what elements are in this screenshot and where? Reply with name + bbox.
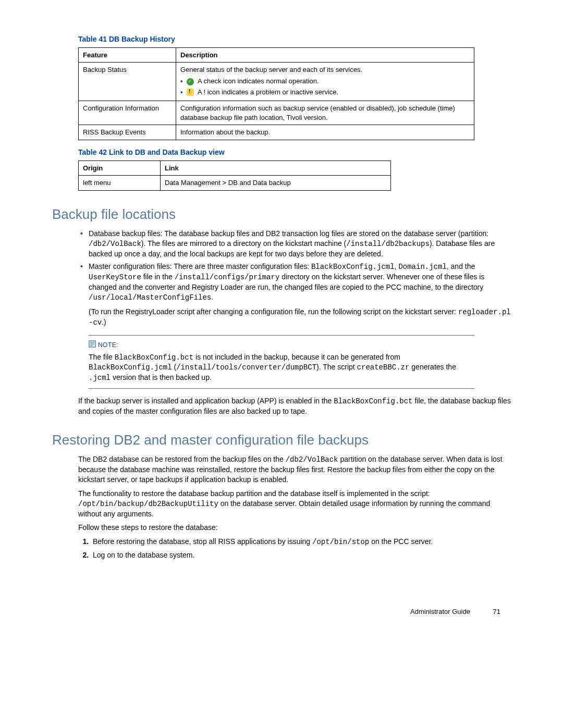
page-number: 71 [493, 607, 500, 616]
step-item: Log on to the database system. [91, 550, 511, 560]
table-row: RISS Backup Events Information about the… [79, 125, 474, 140]
table42-caption: Table 42 Link to DB and Data Backup view [78, 147, 511, 157]
restore-p2: The functionality to restore the databas… [78, 489, 511, 519]
feature-cell: Backup Status [79, 63, 176, 101]
step-item: Before restoring the database, stop all … [91, 537, 511, 547]
table42-h2: Link [161, 161, 391, 176]
warning-icon [187, 89, 194, 96]
list-item: Database backup files: The database back… [78, 229, 511, 259]
table-header-row: Origin Link [79, 161, 391, 176]
backup-locations-list: Database backup files: The database back… [78, 229, 511, 328]
table42: Origin Link left menu Data Management > … [78, 161, 391, 191]
page-footer: Administrator Guide 71 [52, 607, 511, 616]
restore-p1: The DB2 database can be restored from th… [78, 454, 511, 485]
footer-title: Administrator Guide [410, 608, 470, 615]
origin-cell: left menu [79, 176, 161, 191]
desc-cell: General status of the backup server and … [176, 63, 474, 101]
table41-h1: Feature [79, 47, 176, 63]
table41: Feature Description Backup Status Genera… [78, 47, 474, 140]
restore-p3: Follow these steps to restore the databa… [78, 523, 511, 533]
table41-h2: Description [176, 47, 474, 63]
section-restoring-title: Restoring DB2 and master configuration f… [52, 431, 511, 449]
after-note-paragraph: If the backup server is installed and ap… [78, 396, 511, 416]
list-item: Master configuration files: There are th… [78, 262, 511, 327]
note-box: NOTE: The file BlackBoxConfig.bct is not… [89, 335, 474, 389]
table-row: Backup Status General status of the back… [79, 63, 474, 101]
note-icon [89, 340, 96, 350]
feature-cell: RISS Backup Events [79, 125, 176, 140]
table41-caption: Table 41 DB Backup History [78, 34, 511, 44]
restore-steps: Before restoring the database, stop all … [78, 537, 511, 560]
desc-cell: Information about the backup. [176, 125, 474, 140]
feature-cell: Configuration Information [79, 101, 176, 125]
desc-cell: Configuration information such as backup… [176, 101, 474, 125]
section-backup-file-locations-title: Backup file locations [52, 205, 511, 224]
link-cell: Data Management > DB and Data backup [161, 176, 391, 191]
bullet-item: • A ! icon indicates a problem or inacti… [180, 88, 470, 97]
table-row: Configuration Information Configuration … [79, 101, 474, 125]
table-header-row: Feature Description [79, 47, 474, 63]
table-row: left menu Data Management > DB and Data … [79, 176, 391, 191]
bullet-item: • A check icon indicates normal operatio… [180, 77, 470, 86]
note-label: NOTE: [98, 341, 118, 349]
note-body: The file BlackBoxConfig.bct is not inclu… [89, 352, 474, 384]
table42-h1: Origin [79, 161, 161, 176]
check-icon [187, 78, 194, 85]
desc-intro: General status of the backup server and … [180, 66, 362, 73]
